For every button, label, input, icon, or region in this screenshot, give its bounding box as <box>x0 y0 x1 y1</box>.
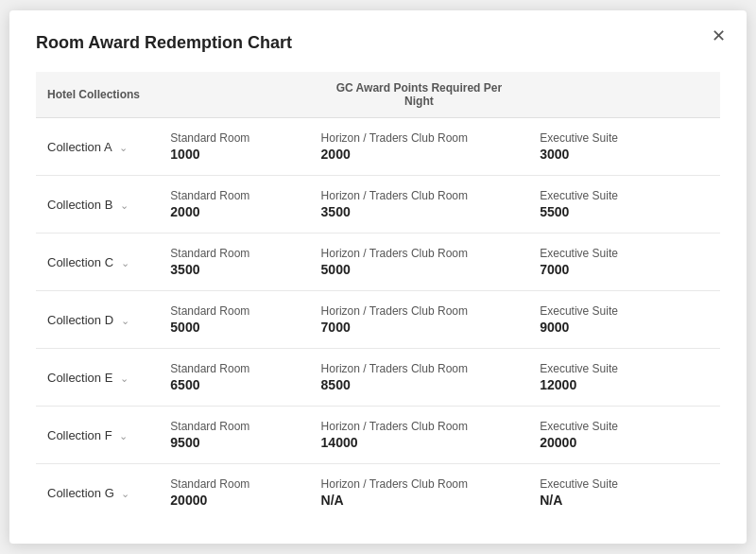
collection-name: Collection F <box>47 428 112 442</box>
collection-cell[interactable]: Collection C ⌄ <box>36 234 159 291</box>
standard-room-cell: Standard Room 9500 <box>159 407 309 464</box>
executive-suite-cell: Executive Suite 20000 <box>528 407 720 464</box>
collection-cell[interactable]: Collection F ⌄ <box>36 407 159 464</box>
chevron-down-icon: ⌄ <box>119 142 128 153</box>
standard-room-label: Standard Room <box>170 477 298 491</box>
horizon-room-cell: Horizon / Traders Club Room 5000 <box>310 234 529 291</box>
collection-name: Collection E <box>47 371 112 385</box>
horizon-room-cell: Horizon / Traders Club Room 8500 <box>310 349 529 407</box>
standard-room-points: 1000 <box>170 147 298 162</box>
collection-name: Collection C <box>47 255 113 269</box>
standard-room-points: 2000 <box>170 204 298 219</box>
horizon-room-label: Horizon / Traders Club Room <box>321 420 518 433</box>
standard-room-label: Standard Room <box>170 131 298 145</box>
modal-container: Room Award Redemption Chart ✕ Hotel Coll… <box>9 10 747 544</box>
executive-suite-cell: Executive Suite 9000 <box>528 291 720 349</box>
standard-room-points: 3500 <box>170 262 298 277</box>
collection-name: Collection D <box>47 313 113 327</box>
horizon-room-cell: Horizon / Traders Club Room N/A <box>310 464 529 522</box>
horizon-room-points: 5000 <box>321 262 518 277</box>
standard-room-points: 5000 <box>170 320 298 335</box>
executive-suite-points: 3000 <box>540 147 709 162</box>
horizon-room-label: Horizon / Traders Club Room <box>321 477 518 491</box>
executive-suite-label: Executive Suite <box>540 304 709 318</box>
header-points-main: GC Award Points Required Per Night <box>310 72 529 118</box>
horizon-room-points: 14000 <box>321 435 518 450</box>
table-row: Collection C ⌄ Standard Room 3500 Horizo… <box>36 234 720 291</box>
collection-cell[interactable]: Collection A ⌄ <box>36 118 159 176</box>
horizon-room-cell: Horizon / Traders Club Room 7000 <box>310 291 529 349</box>
collection-name: Collection G <box>47 486 114 500</box>
executive-suite-cell: Executive Suite N/A <box>528 464 720 522</box>
horizon-room-label: Horizon / Traders Club Room <box>321 304 518 318</box>
table-row: Collection B ⌄ Standard Room 2000 Horizo… <box>36 176 720 234</box>
standard-room-points: 20000 <box>170 493 298 508</box>
executive-suite-points: 20000 <box>540 435 709 450</box>
header-collections: Hotel Collections <box>36 72 159 118</box>
standard-room-label: Standard Room <box>170 420 298 433</box>
executive-suite-points: 7000 <box>540 262 709 277</box>
standard-room-label: Standard Room <box>170 304 298 318</box>
executive-suite-points: 5500 <box>540 204 709 219</box>
executive-suite-cell: Executive Suite 3000 <box>528 118 720 176</box>
modal-title: Room Award Redemption Chart <box>36 33 720 53</box>
table-row: Collection G ⌄ Standard Room 20000 Horiz… <box>36 464 720 522</box>
chevron-down-icon: ⌄ <box>121 257 129 268</box>
standard-room-label: Standard Room <box>170 189 298 202</box>
executive-suite-label: Executive Suite <box>540 131 709 145</box>
standard-room-label: Standard Room <box>170 247 298 260</box>
executive-suite-cell: Executive Suite 12000 <box>528 349 720 407</box>
horizon-room-cell: Horizon / Traders Club Room 14000 <box>310 407 529 464</box>
horizon-room-label: Horizon / Traders Club Room <box>321 131 518 145</box>
table-row: Collection A ⌄ Standard Room 1000 Horizo… <box>36 118 720 176</box>
close-button[interactable]: ✕ <box>712 27 726 44</box>
header-points-exec <box>528 72 720 118</box>
executive-suite-label: Executive Suite <box>540 362 709 375</box>
standard-room-cell: Standard Room 20000 <box>159 464 309 522</box>
horizon-room-label: Horizon / Traders Club Room <box>321 247 518 260</box>
horizon-room-points: 7000 <box>321 320 518 335</box>
horizon-room-cell: Horizon / Traders Club Room 2000 <box>310 118 529 176</box>
standard-room-points: 6500 <box>170 377 298 392</box>
collection-cell[interactable]: Collection D ⌄ <box>36 291 159 349</box>
executive-suite-label: Executive Suite <box>540 247 709 260</box>
chevron-down-icon: ⌄ <box>120 372 129 384</box>
collection-name: Collection A <box>47 140 112 154</box>
table-row: Collection F ⌄ Standard Room 9500 Horizo… <box>36 407 720 464</box>
standard-room-cell: Standard Room 5000 <box>159 291 309 349</box>
collection-cell[interactable]: Collection G ⌄ <box>36 464 159 522</box>
executive-suite-points: N/A <box>540 493 709 508</box>
chevron-down-icon: ⌄ <box>121 488 129 499</box>
standard-room-cell: Standard Room 3500 <box>159 234 309 291</box>
horizon-room-points: 3500 <box>321 204 518 219</box>
horizon-room-cell: Horizon / Traders Club Room 3500 <box>310 176 529 234</box>
standard-room-cell: Standard Room 2000 <box>159 176 309 234</box>
horizon-room-points: N/A <box>321 493 518 508</box>
horizon-room-label: Horizon / Traders Club Room <box>321 362 518 375</box>
collection-cell[interactable]: Collection E ⌄ <box>36 349 159 407</box>
horizon-room-label: Horizon / Traders Club Room <box>321 189 518 202</box>
horizon-room-points: 8500 <box>321 377 518 392</box>
executive-suite-label: Executive Suite <box>540 420 709 433</box>
executive-suite-label: Executive Suite <box>540 477 709 491</box>
standard-room-cell: Standard Room 6500 <box>159 349 309 407</box>
chevron-down-icon: ⌄ <box>120 199 129 211</box>
executive-suite-label: Executive Suite <box>540 189 709 202</box>
executive-suite-cell: Executive Suite 5500 <box>528 176 720 234</box>
horizon-room-points: 2000 <box>321 147 518 162</box>
collection-cell[interactable]: Collection B ⌄ <box>36 176 159 234</box>
standard-room-points: 9500 <box>170 435 298 450</box>
executive-suite-points: 12000 <box>540 377 709 392</box>
redemption-table: Hotel Collections GC Award Points Requir… <box>36 72 720 521</box>
standard-room-label: Standard Room <box>170 362 298 375</box>
standard-room-cell: Standard Room 1000 <box>159 118 309 176</box>
table-row: Collection E ⌄ Standard Room 6500 Horizo… <box>36 349 720 407</box>
chevron-down-icon: ⌄ <box>119 430 128 441</box>
chevron-down-icon: ⌄ <box>121 315 129 326</box>
table-row: Collection D ⌄ Standard Room 5000 Horizo… <box>36 291 720 349</box>
executive-suite-points: 9000 <box>540 320 709 335</box>
collection-name: Collection B <box>47 198 112 212</box>
executive-suite-cell: Executive Suite 7000 <box>528 234 720 291</box>
header-points <box>159 72 309 118</box>
